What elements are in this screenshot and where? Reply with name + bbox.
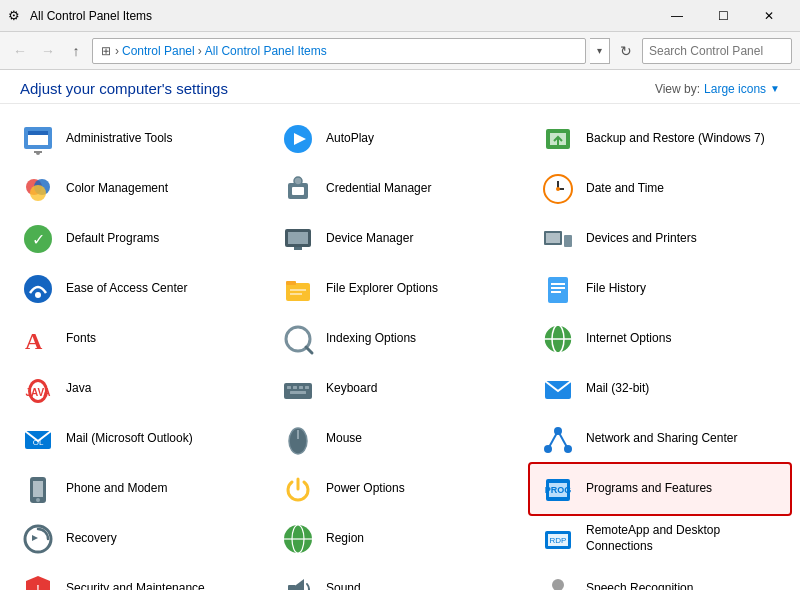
control-item-network[interactable]: Network and Sharing Center bbox=[530, 414, 790, 464]
svg-text:!: ! bbox=[36, 582, 40, 590]
svg-rect-25 bbox=[546, 233, 560, 243]
control-item-mouse[interactable]: Mouse bbox=[270, 414, 530, 464]
control-item-admin-tools[interactable]: Administrative Tools bbox=[10, 114, 270, 164]
item-label-file-hist: File History bbox=[586, 281, 646, 297]
item-label-credential: Credential Manager bbox=[326, 181, 431, 197]
item-label-internet: Internet Options bbox=[586, 331, 671, 347]
control-item-java[interactable]: JAVAJava bbox=[10, 364, 270, 414]
svg-rect-48 bbox=[287, 386, 291, 389]
control-item-datetime[interactable]: Date and Time bbox=[530, 164, 790, 214]
devices-icon bbox=[540, 221, 576, 257]
mouse-icon bbox=[280, 421, 316, 457]
control-item-internet[interactable]: Internet Options bbox=[530, 314, 790, 364]
view-by-control: View by: Large icons ▼ bbox=[655, 82, 780, 96]
region-icon bbox=[280, 521, 316, 557]
svg-rect-2 bbox=[28, 131, 48, 135]
phone-icon bbox=[20, 471, 56, 507]
svg-rect-35 bbox=[551, 287, 565, 289]
item-label-fonts: Fonts bbox=[66, 331, 96, 347]
window-icon: ⚙ bbox=[8, 8, 24, 24]
item-label-ease-access: Ease of Access Center bbox=[66, 281, 187, 297]
svg-text:OL: OL bbox=[33, 438, 44, 447]
mail-ol-icon: OL bbox=[20, 421, 56, 457]
control-item-phone-modem[interactable]: Phone and Modem bbox=[10, 464, 270, 514]
address-path[interactable]: ⊞ › Control Panel › All Control Panel It… bbox=[92, 38, 586, 64]
svg-rect-30 bbox=[286, 281, 296, 285]
svg-rect-51 bbox=[305, 386, 309, 389]
control-item-power[interactable]: Power Options bbox=[270, 464, 530, 514]
view-by-value[interactable]: Large icons bbox=[704, 82, 766, 96]
refresh-button[interactable]: ↻ bbox=[614, 39, 638, 63]
control-item-keyboard[interactable]: Keyboard bbox=[270, 364, 530, 414]
control-item-remote-app[interactable]: RDPRemoteApp and Desktop Connections bbox=[530, 514, 790, 564]
control-item-file-exp[interactable]: File Explorer Options bbox=[270, 264, 530, 314]
control-item-backup[interactable]: Backup and Restore (Windows 7) bbox=[530, 114, 790, 164]
control-item-devices-printers[interactable]: Devices and Printers bbox=[530, 214, 790, 264]
item-label-mail-outlook: Mail (Microsoft Outlook) bbox=[66, 431, 193, 447]
recovery-icon bbox=[20, 521, 56, 557]
power-icon bbox=[280, 471, 316, 507]
svg-rect-26 bbox=[564, 235, 572, 247]
view-dropdown-arrow[interactable]: ▼ bbox=[770, 83, 780, 94]
control-item-default-prog[interactable]: ✓Default Programs bbox=[10, 214, 270, 264]
svg-point-11 bbox=[30, 185, 46, 201]
svg-rect-52 bbox=[290, 391, 306, 394]
item-label-color-mgmt: Color Management bbox=[66, 181, 168, 197]
svg-rect-34 bbox=[551, 283, 565, 285]
control-item-fonts[interactable]: AFonts bbox=[10, 314, 270, 364]
search-box[interactable]: 🔍 bbox=[642, 38, 792, 64]
path-all-items[interactable]: All Control Panel Items bbox=[205, 44, 327, 58]
svg-rect-22 bbox=[288, 232, 308, 244]
path-icon: ⊞ bbox=[101, 44, 111, 58]
svg-rect-50 bbox=[299, 386, 303, 389]
control-item-mail-outlook[interactable]: OLMail (Microsoft Outlook) bbox=[10, 414, 270, 464]
maximize-button[interactable]: ☐ bbox=[700, 0, 746, 32]
remote-icon: RDP bbox=[540, 521, 576, 557]
control-item-security[interactable]: !Security and Maintenance bbox=[10, 564, 270, 590]
svg-rect-36 bbox=[551, 291, 561, 293]
item-label-security: Security and Maintenance bbox=[66, 581, 205, 590]
path-dropdown[interactable]: ▾ bbox=[590, 38, 610, 64]
keyboard-icon bbox=[280, 371, 316, 407]
close-button[interactable]: ✕ bbox=[746, 0, 792, 32]
control-item-color-mgmt[interactable]: Color Management bbox=[10, 164, 270, 214]
security-icon: ! bbox=[20, 571, 56, 590]
up-button[interactable]: ↑ bbox=[64, 39, 88, 63]
control-item-autoplay[interactable]: AutoPlay bbox=[270, 114, 530, 164]
svg-rect-65 bbox=[33, 481, 43, 497]
control-item-sound[interactable]: Sound bbox=[270, 564, 530, 590]
control-item-mail-32[interactable]: Mail (32-bit) bbox=[530, 364, 790, 414]
control-item-region[interactable]: Region bbox=[270, 514, 530, 564]
svg-line-62 bbox=[548, 431, 558, 449]
credential-icon bbox=[280, 171, 316, 207]
control-item-recovery[interactable]: Recovery bbox=[10, 514, 270, 564]
item-label-backup: Backup and Restore (Windows 7) bbox=[586, 131, 765, 147]
control-item-indexing[interactable]: Indexing Options bbox=[270, 314, 530, 364]
svg-point-27 bbox=[24, 275, 52, 303]
back-button[interactable]: ← bbox=[8, 39, 32, 63]
java-icon: JAVA bbox=[20, 371, 56, 407]
svg-rect-31 bbox=[290, 289, 306, 291]
item-label-file-exp: File Explorer Options bbox=[326, 281, 438, 297]
forward-button[interactable]: → bbox=[36, 39, 60, 63]
control-item-credential[interactable]: Credential Manager bbox=[270, 164, 530, 214]
control-item-speech[interactable]: Speech Recognition bbox=[530, 564, 790, 590]
svg-rect-4 bbox=[34, 151, 42, 153]
title-bar: ⚙ All Control Panel Items — ☐ ✕ bbox=[0, 0, 800, 32]
minimize-button[interactable]: — bbox=[654, 0, 700, 32]
window-title: All Control Panel Items bbox=[30, 9, 654, 23]
path-control-panel[interactable]: Control Panel bbox=[122, 44, 195, 58]
file-hist-icon bbox=[540, 271, 576, 307]
control-item-programs[interactable]: PROGPrograms and Features bbox=[530, 464, 790, 514]
control-item-device-mgr[interactable]: Device Manager bbox=[270, 214, 530, 264]
mail-icon bbox=[540, 371, 576, 407]
item-label-recovery: Recovery bbox=[66, 531, 117, 547]
control-item-ease-access[interactable]: Ease of Access Center bbox=[10, 264, 270, 314]
control-item-file-hist[interactable]: File History bbox=[530, 264, 790, 314]
item-label-admin-tools: Administrative Tools bbox=[66, 131, 173, 147]
autoplay-icon bbox=[280, 121, 316, 157]
item-label-mail-32: Mail (32-bit) bbox=[586, 381, 649, 397]
item-label-device-mgr: Device Manager bbox=[326, 231, 413, 247]
svg-rect-29 bbox=[286, 283, 310, 301]
search-input[interactable] bbox=[649, 44, 799, 58]
